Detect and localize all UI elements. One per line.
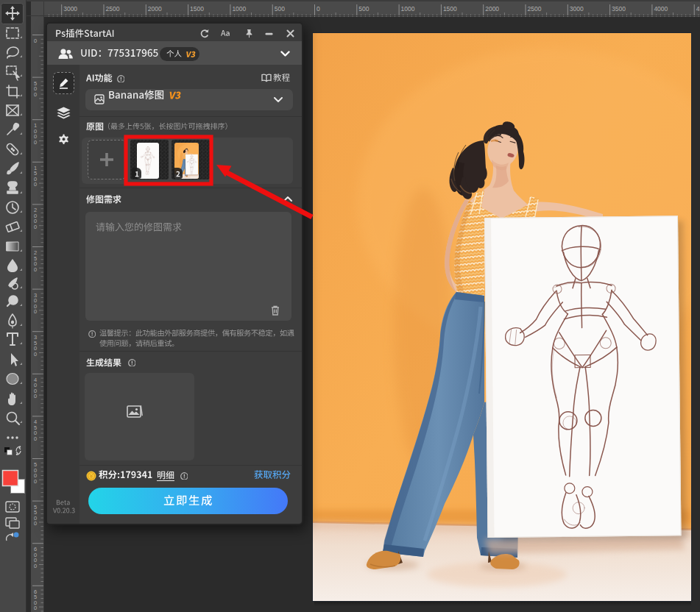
svg-text:500: 500: [275, 5, 285, 13]
svg-text:0: 0: [34, 478, 37, 485]
svg-text:3000: 3000: [570, 5, 584, 13]
svg-text:0: 0: [34, 224, 37, 230]
svg-text:0: 0: [34, 563, 37, 569]
svg-text:0: 0: [34, 605, 37, 611]
svg-text:1500: 1500: [443, 5, 457, 13]
svg-text:0: 0: [34, 139, 37, 146]
svg-text:4000: 4000: [654, 5, 668, 13]
svg-text:1500: 1500: [190, 5, 204, 13]
svg-text:0: 0: [34, 91, 37, 98]
svg-text:0: 0: [317, 5, 320, 13]
svg-text:2000: 2000: [148, 5, 162, 13]
svg-text:1000: 1000: [232, 5, 246, 13]
svg-text:3500: 3500: [612, 5, 626, 13]
svg-text:3000: 3000: [63, 5, 77, 13]
svg-text:0: 0: [34, 308, 37, 315]
svg-text:500: 500: [358, 5, 369, 13]
svg-text:2500: 2500: [528, 5, 542, 13]
svg-text:0: 0: [34, 266, 37, 273]
svg-text:0: 0: [34, 181, 37, 188]
svg-text:0: 0: [34, 351, 37, 357]
svg-text:4500: 4500: [696, 5, 700, 13]
svg-text:1000: 1000: [401, 5, 415, 13]
svg-text:2000: 2000: [485, 5, 499, 13]
svg-text:0: 0: [34, 435, 37, 442]
svg-text:2500: 2500: [106, 5, 120, 13]
svg-text:0: 0: [34, 393, 37, 399]
svg-text:0: 0: [34, 520, 37, 527]
svg-text:0: 0: [34, 38, 37, 44]
